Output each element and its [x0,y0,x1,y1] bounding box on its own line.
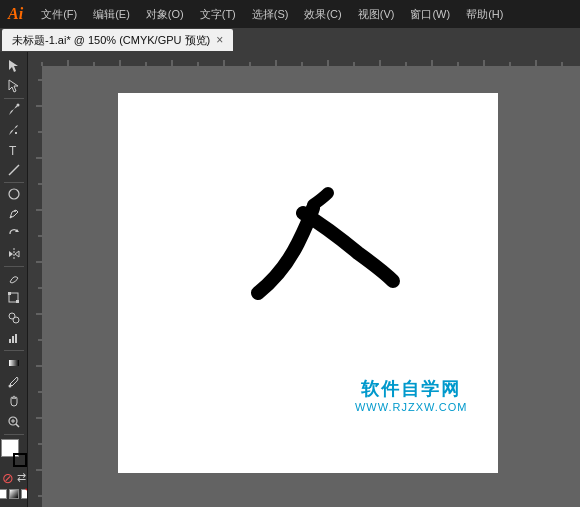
tool-separator-1 [4,98,24,99]
svg-point-16 [8,385,11,388]
menu-select[interactable]: 选择(S) [244,3,297,26]
main-layout: T [0,52,580,507]
document-canvas: 软件自学网 WWW.RJZXW.COM [118,93,498,473]
svg-point-3 [9,189,19,199]
svg-rect-13 [12,336,14,343]
tab-close-button[interactable]: × [216,34,223,46]
canvas-area[interactable]: 软件自学网 WWW.RJZXW.COM [28,52,580,507]
svg-rect-14 [15,334,17,343]
active-tab[interactable]: 未标题-1.ai* @ 150% (CMYK/GPU 预览) × [2,29,233,51]
pen-tool[interactable] [3,101,25,119]
zoom-tool[interactable] [3,413,25,431]
color-mode-row [0,489,28,499]
pencil-tool[interactable] [3,205,25,223]
color-fill-box[interactable] [0,489,7,499]
toolbar: T [0,52,28,507]
menu-window[interactable]: 窗口(W) [402,3,458,26]
menu-view[interactable]: 视图(V) [350,3,403,26]
reflect-tool[interactable] [3,245,25,263]
svg-line-2 [9,165,19,175]
svg-rect-9 [16,300,19,303]
svg-line-18 [16,424,19,427]
watermark-url: WWW.RJZXW.COM [355,401,468,413]
eyedropper-tool[interactable] [3,374,25,392]
stroke-color[interactable] [13,453,27,467]
watermark-chinese-text: 软件自学网 [355,377,468,401]
menu-text[interactable]: 文字(T) [192,3,244,26]
menu-bar: 文件(F) 编辑(E) 对象(O) 文字(T) 选择(S) 效果(C) 视图(V… [33,3,511,26]
color-area: ⊘ ⇄ [0,432,28,503]
shape-builder-tool[interactable] [3,309,25,327]
menu-effect[interactable]: 效果(C) [296,3,349,26]
svg-rect-8 [8,292,11,295]
tab-bar: 未标题-1.ai* @ 150% (CMYK/GPU 预览) × [0,28,580,52]
line-tool[interactable] [3,161,25,179]
gradient-box[interactable] [9,489,19,499]
tool-separator-2 [4,182,24,183]
watermark: 软件自学网 WWW.RJZXW.COM [355,377,468,413]
direct-selection-tool[interactable] [3,77,25,95]
menu-edit[interactable]: 编辑(E) [85,3,138,26]
add-anchor-tool[interactable] [3,121,25,139]
swap-colors[interactable]: ⇄ [17,471,26,485]
app-logo: Ai [8,5,23,23]
tool-separator-4 [4,350,24,351]
ruler-top [28,52,580,66]
menu-object[interactable]: 对象(O) [138,3,192,26]
hand-tool[interactable] [3,393,25,411]
svg-rect-12 [9,339,11,343]
svg-point-4 [14,210,16,212]
tab-label: 未标题-1.ai* @ 150% (CMYK/GPU 预览) [12,33,210,48]
free-transform-tool[interactable] [3,289,25,307]
svg-rect-21 [28,52,580,66]
tool-separator-color [4,434,24,435]
menu-file[interactable]: 文件(F) [33,3,85,26]
rotate-tool[interactable] [3,225,25,243]
warp-tool[interactable] [3,270,25,288]
color-swatches-row: ⊘ ⇄ [2,471,26,485]
type-tool[interactable]: T [3,141,25,159]
none-indicator[interactable]: ⊘ [2,471,14,485]
none-box[interactable] [21,489,29,499]
menu-help[interactable]: 帮助(H) [458,3,511,26]
gradient-tool[interactable] [3,354,25,372]
tool-separator-3 [4,266,24,267]
svg-rect-15 [9,360,19,366]
svg-point-0 [16,104,19,107]
selection-tool[interactable] [3,57,25,75]
ellipse-tool[interactable] [3,186,25,204]
title-bar: Ai 文件(F) 编辑(E) 对象(O) 文字(T) 选择(S) 效果(C) 视… [0,0,580,28]
ruler-left [28,66,42,507]
graph-tool[interactable] [3,329,25,347]
svg-point-11 [13,317,19,323]
svg-text:T: T [9,144,17,157]
